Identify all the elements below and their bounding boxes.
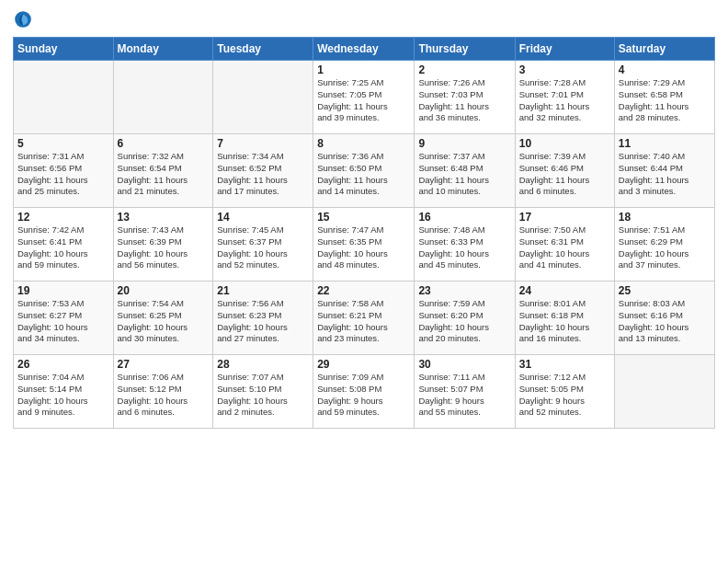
day-info: Sunrise: 7:58 AM Sunset: 6:21 PM Dayligh… (317, 298, 410, 345)
day-info: Sunrise: 7:40 AM Sunset: 6:44 PM Dayligh… (619, 151, 711, 198)
calendar-cell: 4Sunrise: 7:29 AM Sunset: 6:58 PM Daylig… (614, 61, 714, 134)
day-info: Sunrise: 7:06 AM Sunset: 5:12 PM Dayligh… (118, 372, 210, 419)
day-number: 13 (118, 211, 210, 224)
logo-icon (13, 9, 33, 29)
header (13, 9, 715, 29)
day-number: 8 (317, 137, 410, 150)
day-number: 27 (118, 358, 210, 371)
calendar-week-row: 5Sunrise: 7:31 AM Sunset: 6:56 PM Daylig… (14, 134, 715, 208)
calendar-cell: 26Sunrise: 7:04 AM Sunset: 5:14 PM Dayli… (14, 355, 114, 429)
calendar-day-header: Friday (515, 38, 614, 61)
calendar-cell: 20Sunrise: 7:54 AM Sunset: 6:25 PM Dayli… (113, 282, 213, 355)
day-info: Sunrise: 7:28 AM Sunset: 7:01 PM Dayligh… (519, 77, 610, 124)
calendar-cell: 3Sunrise: 7:28 AM Sunset: 7:01 PM Daylig… (515, 61, 614, 134)
calendar-cell: 30Sunrise: 7:11 AM Sunset: 5:07 PM Dayli… (415, 355, 515, 429)
calendar-cell: 17Sunrise: 7:50 AM Sunset: 6:31 PM Dayli… (515, 208, 614, 282)
calendar-cell: 12Sunrise: 7:42 AM Sunset: 6:41 PM Dayli… (14, 208, 114, 282)
calendar-cell: 9Sunrise: 7:37 AM Sunset: 6:48 PM Daylig… (415, 134, 515, 208)
day-info: Sunrise: 7:39 AM Sunset: 6:46 PM Dayligh… (519, 151, 610, 198)
calendar: SundayMondayTuesdayWednesdayThursdayFrid… (13, 37, 715, 429)
day-info: Sunrise: 7:59 AM Sunset: 6:20 PM Dayligh… (418, 298, 510, 345)
day-info: Sunrise: 7:43 AM Sunset: 6:39 PM Dayligh… (118, 224, 210, 271)
day-number: 1 (317, 63, 410, 76)
day-number: 5 (17, 137, 109, 150)
calendar-cell: 5Sunrise: 7:31 AM Sunset: 6:56 PM Daylig… (14, 134, 114, 208)
calendar-day-header: Sunday (14, 38, 114, 61)
day-info: Sunrise: 7:11 AM Sunset: 5:07 PM Dayligh… (418, 372, 510, 419)
calendar-cell (113, 61, 213, 134)
day-number: 16 (418, 211, 510, 224)
day-number: 28 (217, 358, 309, 371)
calendar-day-header: Thursday (415, 38, 515, 61)
day-info: Sunrise: 7:42 AM Sunset: 6:41 PM Dayligh… (17, 224, 109, 271)
calendar-cell: 7Sunrise: 7:34 AM Sunset: 6:52 PM Daylig… (213, 134, 313, 208)
day-number: 2 (418, 63, 510, 76)
day-info: Sunrise: 7:07 AM Sunset: 5:10 PM Dayligh… (217, 372, 309, 419)
day-info: Sunrise: 7:45 AM Sunset: 6:37 PM Dayligh… (217, 224, 309, 271)
calendar-cell: 10Sunrise: 7:39 AM Sunset: 6:46 PM Dayli… (515, 134, 614, 208)
day-info: Sunrise: 7:29 AM Sunset: 6:58 PM Dayligh… (619, 77, 711, 124)
day-info: Sunrise: 7:56 AM Sunset: 6:23 PM Dayligh… (217, 298, 309, 345)
logo (13, 9, 37, 29)
calendar-cell: 14Sunrise: 7:45 AM Sunset: 6:37 PM Dayli… (213, 208, 313, 282)
calendar-cell: 27Sunrise: 7:06 AM Sunset: 5:12 PM Dayli… (113, 355, 213, 429)
calendar-cell: 6Sunrise: 7:32 AM Sunset: 6:54 PM Daylig… (113, 134, 213, 208)
day-info: Sunrise: 7:54 AM Sunset: 6:25 PM Dayligh… (118, 298, 210, 345)
day-info: Sunrise: 7:51 AM Sunset: 6:29 PM Dayligh… (619, 224, 711, 271)
day-number: 22 (317, 284, 410, 297)
calendar-cell: 29Sunrise: 7:09 AM Sunset: 5:08 PM Dayli… (313, 355, 415, 429)
day-info: Sunrise: 7:36 AM Sunset: 6:50 PM Dayligh… (317, 151, 410, 198)
calendar-cell (213, 61, 313, 134)
calendar-cell: 2Sunrise: 7:26 AM Sunset: 7:03 PM Daylig… (415, 61, 515, 134)
day-info: Sunrise: 8:03 AM Sunset: 6:16 PM Dayligh… (619, 298, 711, 345)
day-info: Sunrise: 7:04 AM Sunset: 5:14 PM Dayligh… (17, 372, 109, 419)
day-info: Sunrise: 7:32 AM Sunset: 6:54 PM Dayligh… (118, 151, 210, 198)
calendar-week-row: 26Sunrise: 7:04 AM Sunset: 5:14 PM Dayli… (14, 355, 715, 429)
calendar-cell: 11Sunrise: 7:40 AM Sunset: 6:44 PM Dayli… (614, 134, 714, 208)
calendar-day-header: Wednesday (313, 38, 415, 61)
day-number: 3 (519, 63, 610, 76)
calendar-day-header: Monday (113, 38, 213, 61)
day-info: Sunrise: 8:01 AM Sunset: 6:18 PM Dayligh… (519, 298, 610, 345)
day-number: 7 (217, 137, 309, 150)
day-info: Sunrise: 7:34 AM Sunset: 6:52 PM Dayligh… (217, 151, 309, 198)
day-info: Sunrise: 7:12 AM Sunset: 5:05 PM Dayligh… (519, 372, 610, 419)
day-number: 31 (519, 358, 610, 371)
day-info: Sunrise: 7:47 AM Sunset: 6:35 PM Dayligh… (317, 224, 410, 271)
calendar-cell: 21Sunrise: 7:56 AM Sunset: 6:23 PM Dayli… (213, 282, 313, 355)
calendar-cell: 31Sunrise: 7:12 AM Sunset: 5:05 PM Dayli… (515, 355, 614, 429)
day-info: Sunrise: 7:48 AM Sunset: 6:33 PM Dayligh… (418, 224, 510, 271)
calendar-cell: 19Sunrise: 7:53 AM Sunset: 6:27 PM Dayli… (14, 282, 114, 355)
calendar-cell: 28Sunrise: 7:07 AM Sunset: 5:10 PM Dayli… (213, 355, 313, 429)
calendar-day-header: Saturday (614, 38, 714, 61)
calendar-header-row: SundayMondayTuesdayWednesdayThursdayFrid… (14, 38, 715, 61)
day-number: 17 (519, 211, 610, 224)
calendar-cell: 1Sunrise: 7:25 AM Sunset: 7:05 PM Daylig… (313, 61, 415, 134)
day-number: 6 (118, 137, 210, 150)
day-number: 15 (317, 211, 410, 224)
calendar-cell: 23Sunrise: 7:59 AM Sunset: 6:20 PM Dayli… (415, 282, 515, 355)
day-number: 12 (17, 211, 109, 224)
day-info: Sunrise: 7:37 AM Sunset: 6:48 PM Dayligh… (418, 151, 510, 198)
day-info: Sunrise: 7:26 AM Sunset: 7:03 PM Dayligh… (418, 77, 510, 124)
calendar-cell: 25Sunrise: 8:03 AM Sunset: 6:16 PM Dayli… (614, 282, 714, 355)
day-number: 14 (217, 211, 309, 224)
day-number: 21 (217, 284, 309, 297)
day-number: 24 (519, 284, 610, 297)
day-info: Sunrise: 7:53 AM Sunset: 6:27 PM Dayligh… (17, 298, 109, 345)
day-info: Sunrise: 7:25 AM Sunset: 7:05 PM Dayligh… (317, 77, 410, 124)
day-number: 19 (17, 284, 109, 297)
calendar-week-row: 12Sunrise: 7:42 AM Sunset: 6:41 PM Dayli… (14, 208, 715, 282)
day-info: Sunrise: 7:50 AM Sunset: 6:31 PM Dayligh… (519, 224, 610, 271)
day-number: 18 (619, 211, 711, 224)
day-number: 23 (418, 284, 510, 297)
calendar-cell: 15Sunrise: 7:47 AM Sunset: 6:35 PM Dayli… (313, 208, 415, 282)
day-number: 29 (317, 358, 410, 371)
calendar-cell: 22Sunrise: 7:58 AM Sunset: 6:21 PM Dayli… (313, 282, 415, 355)
calendar-cell (14, 61, 114, 134)
calendar-cell: 13Sunrise: 7:43 AM Sunset: 6:39 PM Dayli… (113, 208, 213, 282)
page-container: SundayMondayTuesdayWednesdayThursdayFrid… (0, 0, 728, 436)
calendar-cell: 8Sunrise: 7:36 AM Sunset: 6:50 PM Daylig… (313, 134, 415, 208)
day-info: Sunrise: 7:09 AM Sunset: 5:08 PM Dayligh… (317, 372, 410, 419)
calendar-cell: 18Sunrise: 7:51 AM Sunset: 6:29 PM Dayli… (614, 208, 714, 282)
